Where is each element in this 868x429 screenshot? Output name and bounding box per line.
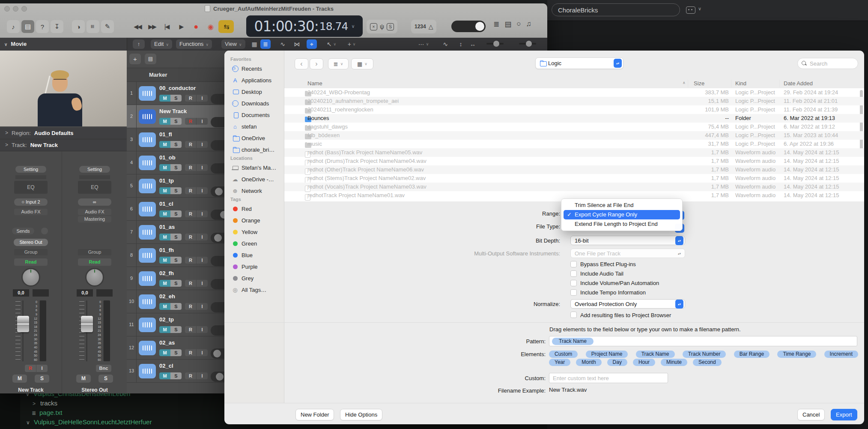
audio-track-icon[interactable] [139, 109, 156, 124]
file-row[interactable]: 240224_WBO-Probentag 383,7 MB Logic P...… [284, 88, 864, 97]
checkbox[interactable] [570, 289, 577, 296]
rewind-button[interactable]: ◀◀ [131, 20, 144, 33]
normalize-popup[interactable]: Overload Protection Only▴▾ [570, 299, 685, 309]
vertical-zoom-slider[interactable] [486, 43, 504, 45]
file-row[interactable]: ♪ redhot (Vocals)Track Project NameName0… [284, 183, 864, 191]
track-input-button[interactable]: I [196, 95, 208, 102]
track-inspector-header[interactable]: > Track: New Track [0, 139, 127, 151]
track-solo-button[interactable]: S [170, 257, 182, 264]
track-name[interactable]: 02_as [159, 339, 175, 346]
send-knob[interactable] [41, 228, 48, 234]
sidebar-item[interactable]: ⊕ Network [224, 185, 284, 197]
track-solo-button[interactable]: S [170, 187, 182, 194]
track-name[interactable]: 01_as [159, 224, 175, 230]
custom-text-input[interactable] [549, 373, 668, 383]
element-pill[interactable]: Second [693, 359, 722, 366]
nudge-up-icon[interactable]: ↑ [133, 39, 145, 49]
chevron-down-icon[interactable]: ∨ [4, 42, 7, 47]
folder-popup[interactable]: Logic ▴▾ [535, 57, 623, 69]
element-pill[interactable]: Custom [549, 351, 578, 358]
sidebar-item[interactable]: ☁ OneDrive -… [224, 174, 284, 185]
functions-menu[interactable]: Functions∨ [176, 39, 212, 49]
track-mute-button[interactable]: M [159, 95, 170, 102]
audio-track-icon[interactable] [139, 86, 156, 101]
track-solo-button[interactable]: S [170, 234, 182, 240]
close-traffic-light[interactable] [4, 6, 10, 12]
master-volume-toggle[interactable] [451, 21, 486, 32]
tuner-icon[interactable]: ψ [380, 23, 384, 30]
track-mute-button[interactable]: M [159, 372, 170, 379]
gain-slot[interactable] [79, 175, 110, 179]
track-record-button[interactable]: R [185, 234, 196, 240]
track-solo-button[interactable]: S [170, 280, 182, 287]
metronome-icon[interactable]: △ [429, 23, 433, 30]
file-row[interactable]: fdb_bödexen 447,4 MB Logic P...Project 1… [284, 131, 864, 140]
library-icon[interactable]: ♪ [7, 20, 20, 33]
drag-mode-menu[interactable]: ⋯ ∨ [415, 39, 432, 49]
input-button[interactable]: ○ Input 2 [14, 198, 48, 206]
track-name[interactable]: 02_eh [159, 293, 175, 300]
solo-button[interactable]: S [98, 375, 113, 383]
track-solo-button[interactable]: S [170, 210, 182, 217]
track-record-button[interactable]: R [185, 326, 196, 333]
grid-view-icon[interactable]: ▦ [249, 39, 260, 49]
file-row[interactable]: music 31,7 MB Logic P...Project 6. Apr 2… [284, 140, 864, 148]
glue-tool-icon[interactable]: ∿ [277, 39, 288, 49]
file-row[interactable]: ♪ redhot (Stems)Track Project NameName02… [284, 174, 864, 183]
count-in-icon[interactable]: 1234 [415, 24, 426, 30]
track-solo-button[interactable]: S [170, 372, 182, 379]
output-button[interactable]: Stereo Out [14, 239, 48, 246]
file-row[interactable]: 20240210_aufnahmen_trompete_aei 15,1 MB … [284, 97, 864, 105]
robot-icon[interactable] [686, 6, 695, 14]
view-menu[interactable]: View∨ [221, 39, 245, 49]
autopunch-button[interactable]: ◉ [204, 20, 217, 33]
track-input-button[interactable]: I [196, 326, 208, 333]
setting-button[interactable]: Setting [15, 166, 46, 173]
bit-depth-popup[interactable]: 16-bit▴▾ [570, 236, 685, 245]
input-monitor-button[interactable]: I [36, 365, 48, 372]
track-name[interactable]: 02_tp [159, 316, 174, 323]
track-volume-knob[interactable] [214, 234, 222, 242]
track-mute-button[interactable]: M [159, 280, 170, 287]
record-enable-button[interactable]: R [25, 365, 36, 372]
track-record-button[interactable]: R [185, 95, 196, 102]
record-button[interactable]: ● [189, 20, 202, 33]
solo-button[interactable]: S [35, 375, 49, 383]
checkbox[interactable] [570, 261, 577, 267]
track-input-button[interactable]: I [196, 372, 208, 379]
track-mute-button[interactable]: M [159, 349, 170, 356]
track-solo-button[interactable]: S [170, 164, 182, 171]
pointer-tool-menu[interactable]: ↖ ∨ [324, 39, 339, 49]
mute-button[interactable]: M [12, 375, 27, 383]
pan-knob[interactable] [21, 268, 40, 287]
volume-fader[interactable]: 03691215182124303540455060 [75, 300, 114, 361]
track-name[interactable]: New Track [159, 108, 187, 114]
cancel-button[interactable]: Cancel [797, 409, 825, 420]
chevron-down-icon[interactable]: ∨ [698, 6, 701, 12]
list-view-button[interactable]: ≣∨ [328, 58, 349, 69]
track-input-button[interactable]: I [196, 257, 208, 264]
track-name[interactable]: 01_cl [159, 201, 173, 207]
column-size[interactable]: Size [694, 80, 704, 87]
track-volume-knob[interactable] [213, 350, 221, 357]
sidebar-item[interactable]: Stefan's Ma… [224, 162, 284, 174]
sidebar-item[interactable]: A Applications [224, 75, 284, 86]
element-pill[interactable]: Day [607, 359, 627, 366]
track-mute-button[interactable]: M [159, 164, 170, 171]
track-mute-button[interactable]: M [159, 234, 170, 240]
element-pill[interactable]: Bar Range [734, 351, 770, 358]
inspector-toggle-icon[interactable]: ▤ [21, 20, 34, 33]
fader-handle[interactable] [17, 316, 29, 332]
sidebar-item[interactable]: ⌂ stefan [224, 121, 284, 132]
loop-browser-icon[interactable]: ○ [516, 20, 521, 29]
sidebar-item[interactable]: OneDrive [224, 132, 284, 144]
stop-go-to-begin-button[interactable]: |◀ [160, 20, 173, 33]
audio-track-icon[interactable] [139, 202, 156, 216]
track-input-button[interactable]: I [196, 164, 208, 171]
movie-panel-header[interactable]: ∨Movie [0, 38, 127, 51]
track-name[interactable]: 01_fl [159, 131, 172, 138]
element-pill[interactable]: Minute [661, 359, 687, 366]
audio-track-icon[interactable] [139, 318, 156, 332]
audio-track-icon[interactable] [139, 225, 156, 240]
element-pill[interactable]: Track Number [683, 351, 726, 358]
